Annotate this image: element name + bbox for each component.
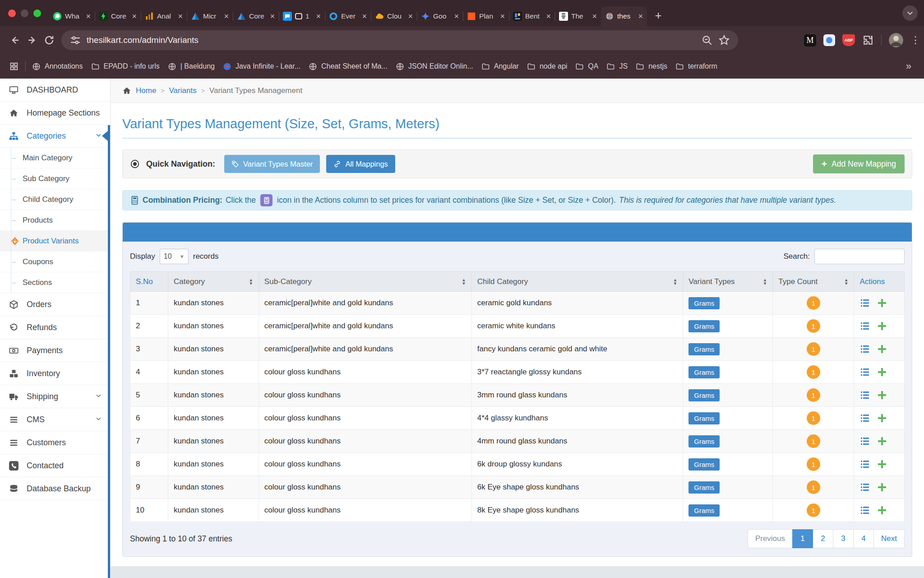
- pagination-page-3[interactable]: 3: [833, 529, 854, 548]
- sort-icon[interactable]: ▲▼: [763, 278, 767, 285]
- bookmark-item[interactable]: Annotations: [32, 62, 83, 71]
- manage-types-icon[interactable]: [859, 390, 870, 401]
- sort-icon[interactable]: ▲▼: [249, 278, 253, 285]
- manage-types-icon[interactable]: [859, 321, 870, 331]
- browser-tab[interactable]: Wha×: [49, 6, 95, 26]
- blue-extension-icon[interactable]: [823, 34, 835, 46]
- manage-types-icon[interactable]: [859, 459, 870, 470]
- bookmark-item[interactable]: Angular: [481, 62, 519, 71]
- pagination-page-1[interactable]: 1: [792, 529, 813, 548]
- manage-types-icon[interactable]: [859, 482, 870, 493]
- breadcrumb-link[interactable]: Variants: [169, 86, 197, 95]
- pagination-page-2[interactable]: 2: [813, 529, 833, 548]
- browser-menu-icon[interactable]: ⋮: [910, 34, 918, 46]
- manage-types-icon[interactable]: [859, 436, 870, 447]
- medium-extension-icon[interactable]: M: [804, 34, 816, 47]
- reload-button[interactable]: [41, 32, 58, 49]
- bookmark-item[interactable]: nestjs: [636, 62, 667, 71]
- bookmark-item[interactable]: Cheat Sheet of Ma...: [309, 62, 388, 71]
- sort-icon[interactable]: ▲▼: [462, 278, 466, 285]
- sidebar-item-coupons[interactable]: –Coupons: [0, 252, 110, 272]
- tab-close-icon[interactable]: ×: [408, 12, 413, 20]
- tab-close-icon[interactable]: ×: [224, 12, 229, 20]
- bookmark-item[interactable]: | Baeldung: [168, 62, 215, 71]
- tab-close-icon[interactable]: ×: [86, 12, 91, 20]
- manage-types-icon[interactable]: [859, 413, 870, 424]
- sidebar-item-database-backup[interactable]: Database Backup: [0, 477, 110, 500]
- sidebar-item-sections[interactable]: –Sections: [0, 272, 110, 293]
- adblock-plus-extension-icon[interactable]: ABP: [842, 34, 855, 46]
- column-header-s-no[interactable]: S.No: [130, 272, 168, 292]
- browser-tab[interactable]: Ever×: [325, 6, 371, 26]
- browser-tab[interactable]: Clou×: [371, 6, 417, 26]
- sidebar-item-cms[interactable]: CMS: [0, 408, 110, 431]
- add-mapping-icon[interactable]: [877, 321, 887, 331]
- column-header-sub-category[interactable]: Sub-Category▲▼: [259, 272, 471, 292]
- browser-tab[interactable]: Bent×: [509, 6, 555, 26]
- apps-grid-icon[interactable]: [9, 61, 19, 71]
- zoom-indicator-icon[interactable]: [701, 34, 713, 46]
- manage-types-icon[interactable]: [859, 298, 870, 308]
- add-mapping-icon[interactable]: [877, 436, 887, 447]
- browser-tab[interactable]: The×: [555, 6, 601, 26]
- all-mappings-button[interactable]: All Mappings: [326, 155, 395, 173]
- sidebar-item-products[interactable]: –Products: [0, 210, 110, 231]
- add-mapping-icon[interactable]: [877, 367, 887, 378]
- window-close-button[interactable]: [8, 9, 16, 17]
- sidebar-item-main-category[interactable]: –Main Category: [0, 148, 110, 168]
- sidebar-item-inventory[interactable]: Inventory: [0, 362, 110, 385]
- sidebar-item-dashboard[interactable]: DASHBOARD: [0, 79, 110, 102]
- browser-tab[interactable]: Core×: [95, 6, 141, 26]
- sidebar-item-contacted[interactable]: Contacted: [0, 454, 110, 477]
- column-header-variant-types[interactable]: Variant Types▲▼: [683, 272, 773, 292]
- breadcrumb-link[interactable]: Home: [136, 86, 156, 95]
- column-header-category[interactable]: Category▲▼: [168, 272, 259, 292]
- sidebar-item-homepage-sections[interactable]: Homepage Sections: [0, 102, 110, 125]
- sidebar-item-orders[interactable]: Orders: [0, 293, 110, 316]
- column-header-actions[interactable]: Actions: [854, 272, 905, 292]
- profile-avatar[interactable]: [889, 33, 903, 47]
- bookmark-item[interactable]: Java Infinite - Lear...: [223, 62, 300, 71]
- add-mapping-icon[interactable]: [877, 482, 887, 493]
- tab-close-icon[interactable]: ×: [270, 12, 275, 20]
- search-input[interactable]: [814, 249, 905, 264]
- pagination-next[interactable]: Next: [873, 529, 905, 548]
- bookmark-item[interactable]: terraform: [675, 62, 717, 71]
- tab-close-icon[interactable]: ×: [546, 12, 551, 20]
- tab-close-icon[interactable]: ×: [454, 12, 459, 20]
- window-minimize-button[interactable]: [21, 9, 28, 17]
- column-header-type-count[interactable]: Type Count▲▼: [773, 272, 854, 292]
- tab-close-icon[interactable]: ×: [132, 12, 137, 20]
- tab-search-chevron-button[interactable]: [902, 5, 918, 21]
- browser-tab[interactable]: Micr×: [187, 6, 233, 26]
- bookmark-star-icon[interactable]: [718, 34, 730, 46]
- variant-types-master-button[interactable]: Variant Types Master: [224, 155, 320, 173]
- manage-types-icon[interactable]: [859, 367, 870, 378]
- page-size-select[interactable]: 10 ▼: [160, 249, 189, 264]
- pagination-previous[interactable]: Previous: [748, 529, 793, 548]
- sort-icon[interactable]: ▲▼: [673, 278, 677, 285]
- site-settings-icon[interactable]: [69, 34, 81, 46]
- add-mapping-icon[interactable]: [877, 298, 887, 308]
- manage-types-icon[interactable]: [859, 505, 870, 516]
- window-zoom-button[interactable]: [33, 9, 41, 17]
- sort-icon[interactable]: ▲▼: [844, 278, 848, 285]
- column-header-child-category[interactable]: Child Category▲▼: [471, 272, 683, 292]
- add-mapping-icon[interactable]: [877, 413, 887, 424]
- sidebar-item-payments[interactable]: Payments: [0, 339, 110, 362]
- browser-tab[interactable]: Core×: [233, 6, 279, 26]
- browser-tab[interactable]: thes×: [601, 6, 647, 26]
- tab-close-icon[interactable]: ×: [178, 12, 183, 20]
- browser-tab[interactable]: 1×: [279, 6, 325, 26]
- bookmarks-overflow-icon[interactable]: »: [906, 61, 915, 72]
- browser-tab[interactable]: Plan×: [463, 6, 509, 26]
- manage-types-icon[interactable]: [859, 344, 870, 354]
- add-new-mapping-button[interactable]: + Add New Mapping: [813, 154, 905, 173]
- forward-button[interactable]: [23, 32, 41, 49]
- sidebar-item-product-variants[interactable]: Product Variants: [0, 231, 110, 252]
- tab-close-icon[interactable]: ×: [638, 12, 643, 20]
- new-tab-button[interactable]: +: [651, 8, 666, 23]
- browser-tab[interactable]: Anal×: [141, 6, 187, 26]
- sidebar-item-refunds[interactable]: Refunds: [0, 316, 110, 339]
- bookmark-item[interactable]: QA: [575, 62, 598, 71]
